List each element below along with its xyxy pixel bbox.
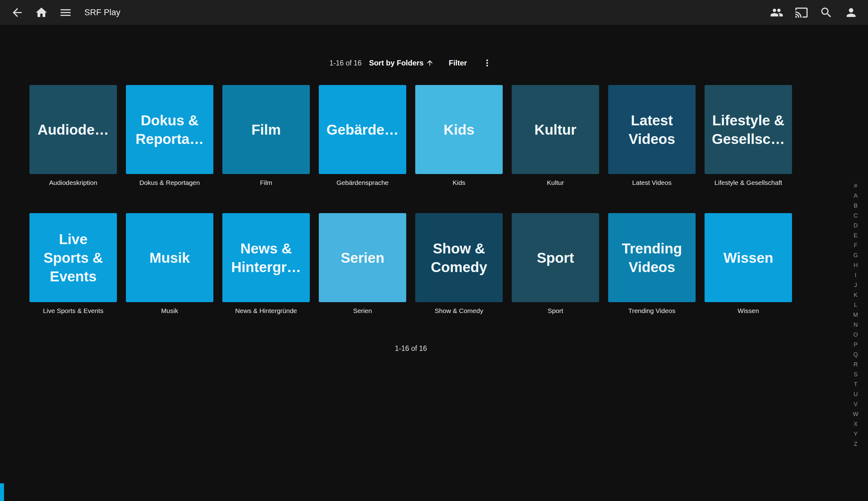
cast-button[interactable] bbox=[794, 5, 809, 20]
folder-caption[interactable]: Show & Comedy bbox=[415, 307, 503, 315]
syncplay-button[interactable] bbox=[769, 5, 784, 20]
alphabet-letter[interactable]: B bbox=[850, 201, 861, 211]
folder-card[interactable]: Audiode…Audiodeskription bbox=[30, 85, 117, 186]
folder-tile-title: Latest Videos bbox=[616, 111, 688, 148]
folder-tile[interactable]: Wissen bbox=[705, 213, 792, 302]
alphabet-letter[interactable]: O bbox=[850, 330, 861, 340]
alphabet-letter[interactable]: V bbox=[850, 399, 861, 409]
folder-caption[interactable]: Dokus & Reportagen bbox=[126, 179, 213, 186]
folder-card[interactable]: FilmFilm bbox=[223, 85, 310, 186]
alphabet-letter[interactable]: A bbox=[850, 191, 861, 201]
folder-tile-title: Gebärde… bbox=[327, 120, 399, 139]
alphabet-letter[interactable]: T bbox=[850, 380, 861, 389]
alphabet-letter[interactable]: C bbox=[850, 211, 861, 221]
folder-caption[interactable]: Film bbox=[223, 179, 310, 186]
folder-card[interactable]: News & Hintergr…News & Hintergründe bbox=[223, 213, 310, 315]
folder-tile[interactable]: Trending Videos bbox=[608, 213, 696, 302]
folder-tile[interactable]: Live Sports & Events bbox=[30, 213, 117, 302]
folder-tile[interactable]: Kids bbox=[415, 85, 503, 174]
folder-tile-title: Film bbox=[251, 120, 281, 139]
sort-button[interactable]: Sort by Folders bbox=[369, 58, 434, 67]
alphabet-letter[interactable]: J bbox=[850, 280, 861, 290]
folder-tile[interactable]: Sport bbox=[512, 213, 599, 302]
folder-tile[interactable]: Show & Comedy bbox=[415, 213, 503, 302]
folder-caption[interactable]: News & Hintergründe bbox=[223, 307, 310, 315]
home-button[interactable] bbox=[34, 5, 48, 20]
folder-tile[interactable]: Dokus & Reporta… bbox=[126, 85, 213, 174]
folder-tile-title: Kultur bbox=[534, 120, 576, 139]
folder-caption[interactable]: Audiodeskription bbox=[30, 179, 117, 186]
alphabet-letter[interactable]: D bbox=[850, 221, 861, 231]
alphabet-picker: #ABCDEFGHIJKLMNOPQRSTUVWXYZ bbox=[850, 181, 861, 449]
alphabet-letter[interactable]: K bbox=[850, 290, 861, 300]
folder-caption[interactable]: Live Sports & Events bbox=[30, 307, 117, 315]
folder-caption[interactable]: Sport bbox=[512, 307, 599, 315]
scrollbar-thumb[interactable] bbox=[0, 483, 4, 501]
app-bar-right bbox=[769, 5, 858, 20]
folder-tile[interactable]: Kultur bbox=[512, 85, 599, 174]
folder-tile[interactable]: Latest Videos bbox=[608, 85, 696, 174]
folder-card[interactable]: WissenWissen bbox=[705, 213, 792, 315]
overflow-menu-button[interactable] bbox=[482, 58, 492, 68]
folder-card[interactable]: Dokus & Reporta…Dokus & Reportagen bbox=[126, 85, 213, 186]
folder-caption[interactable]: Trending Videos bbox=[608, 307, 696, 315]
back-button[interactable] bbox=[10, 5, 24, 20]
app-bar: SRF Play bbox=[0, 0, 868, 25]
folder-tile-title: Audiode… bbox=[37, 120, 109, 139]
alphabet-letter[interactable]: U bbox=[850, 389, 861, 399]
alphabet-letter[interactable]: G bbox=[850, 250, 861, 260]
folder-tile[interactable]: Film bbox=[223, 85, 310, 174]
alphabet-letter[interactable]: F bbox=[850, 241, 861, 250]
folder-card[interactable]: MusikMusik bbox=[126, 213, 213, 315]
folder-caption[interactable]: Gebärdensprache bbox=[319, 179, 406, 186]
cast-icon bbox=[795, 6, 808, 19]
folder-tile[interactable]: Serien bbox=[319, 213, 406, 302]
folder-card[interactable]: KidsKids bbox=[415, 85, 503, 186]
folder-caption[interactable]: Kids bbox=[415, 179, 503, 186]
alphabet-letter[interactable]: R bbox=[850, 360, 861, 370]
folder-tile[interactable]: News & Hintergr… bbox=[223, 213, 310, 302]
alphabet-letter[interactable]: I bbox=[850, 270, 861, 280]
folder-card[interactable]: Trending VideosTrending Videos bbox=[608, 213, 696, 315]
folder-card[interactable]: KulturKultur bbox=[512, 85, 599, 186]
alphabet-letter[interactable]: Y bbox=[850, 429, 861, 439]
folder-card[interactable]: Live Sports & EventsLive Sports & Events bbox=[30, 213, 117, 315]
folder-caption[interactable]: Serien bbox=[319, 307, 406, 315]
folder-tile[interactable]: Gebärde… bbox=[319, 85, 406, 174]
folder-tile[interactable]: Lifestyle & Gesellsc… bbox=[705, 85, 792, 174]
folder-card[interactable]: Gebärde…Gebärdensprache bbox=[319, 85, 406, 186]
folder-tile[interactable]: Audiode… bbox=[30, 85, 117, 174]
alphabet-letter[interactable]: E bbox=[850, 231, 861, 241]
alphabet-letter[interactable]: P bbox=[850, 340, 861, 350]
menu-button[interactable] bbox=[58, 5, 73, 20]
alphabet-letter[interactable]: X bbox=[850, 419, 861, 429]
folder-tile-title: News & Hintergr… bbox=[230, 239, 302, 276]
user-button[interactable] bbox=[844, 5, 858, 20]
alphabet-letter[interactable]: H bbox=[850, 260, 861, 270]
alphabet-letter[interactable]: Z bbox=[850, 439, 861, 449]
alphabet-letter[interactable]: M bbox=[850, 310, 861, 320]
folder-tile-title: Wissen bbox=[724, 248, 773, 267]
folder-tile[interactable]: Musik bbox=[126, 213, 213, 302]
alphabet-letter[interactable]: L bbox=[850, 300, 861, 310]
folder-caption[interactable]: Kultur bbox=[512, 179, 599, 186]
search-button[interactable] bbox=[819, 5, 833, 20]
folder-card[interactable]: Latest VideosLatest Videos bbox=[608, 85, 696, 186]
back-icon bbox=[11, 6, 24, 19]
folder-tile-title: Show & Comedy bbox=[423, 239, 495, 276]
alphabet-letter[interactable]: N bbox=[850, 320, 861, 330]
folder-card[interactable]: Lifestyle & Gesellsc…Lifestyle & Gesells… bbox=[705, 85, 792, 186]
folder-card[interactable]: SportSport bbox=[512, 213, 599, 315]
folder-caption[interactable]: Latest Videos bbox=[608, 179, 696, 186]
sort-button-label: Sort by Folders bbox=[369, 58, 424, 67]
folder-card[interactable]: SerienSerien bbox=[319, 213, 406, 315]
filter-button[interactable]: Filter bbox=[449, 58, 467, 67]
alphabet-letter[interactable]: S bbox=[850, 370, 861, 380]
folder-caption[interactable]: Wissen bbox=[705, 307, 792, 315]
alphabet-letter[interactable]: # bbox=[850, 181, 861, 191]
folder-card[interactable]: Show & ComedyShow & Comedy bbox=[415, 213, 503, 315]
folder-caption[interactable]: Lifestyle & Gesellschaft bbox=[705, 179, 792, 186]
folder-caption[interactable]: Musik bbox=[126, 307, 213, 315]
alphabet-letter[interactable]: W bbox=[850, 409, 861, 419]
alphabet-letter[interactable]: Q bbox=[850, 350, 861, 360]
